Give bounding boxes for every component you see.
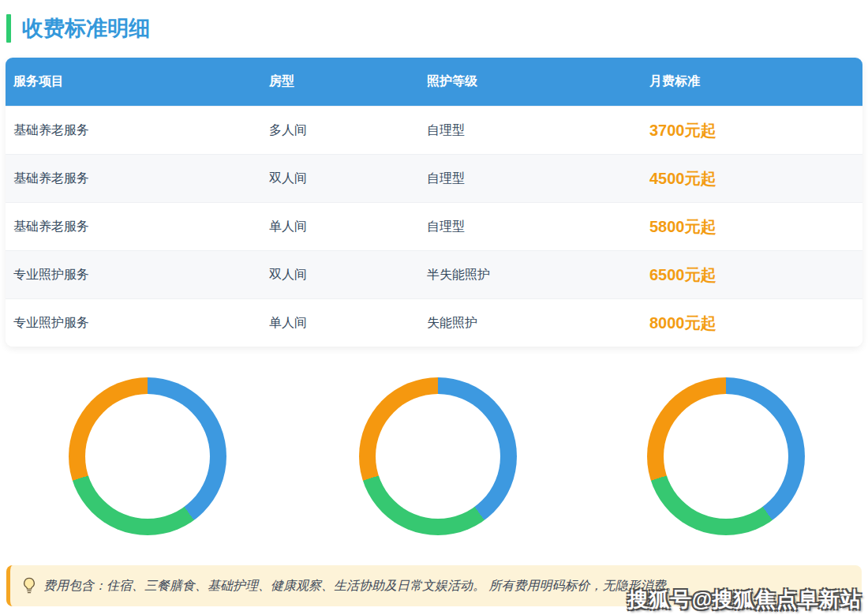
cell-service: 基础养老服务 (6, 155, 269, 203)
cell-fee: 5800元起 (649, 203, 862, 251)
column-header-fee: 月费标准 (649, 58, 862, 107)
donut-charts-row (0, 377, 868, 535)
donut-chart (69, 377, 226, 535)
title-accent-bar (6, 14, 11, 43)
fee-table: 服务项目 房型 照护等级 月费标准 基础养老服务多人间自理型3700元起基础养老… (6, 58, 862, 347)
cell-service: 基础养老服务 (6, 203, 269, 251)
cell-room: 单人间 (269, 299, 427, 347)
cell-fee: 4500元起 (649, 155, 862, 203)
cell-room: 单人间 (269, 203, 427, 251)
page-title: 收费标准明细 (22, 11, 150, 46)
cell-care: 自理型 (427, 155, 649, 203)
donut-hole (376, 394, 500, 519)
cell-care: 自理型 (427, 107, 649, 155)
cell-room: 双人间 (269, 155, 427, 203)
cell-service: 专业照护服务 (6, 299, 269, 347)
cell-room: 多人间 (269, 107, 427, 155)
cell-care: 半失能照护 (427, 251, 649, 299)
table-header-row: 服务项目 房型 照护等级 月费标准 (6, 58, 862, 107)
column-header-service: 服务项目 (6, 58, 269, 107)
table-row: 基础养老服务单人间自理型5800元起 (6, 203, 862, 251)
table-row: 基础养老服务多人间自理型3700元起 (6, 107, 862, 155)
lightbulb-icon (21, 576, 37, 595)
cell-care: 自理型 (427, 203, 649, 251)
cell-room: 双人间 (269, 251, 427, 299)
fee-note-text: 费用包含：住宿、三餐膳食、基础护理、健康观察、生活协助及日常文娱活动。 所有费用… (43, 578, 678, 594)
watermark: 搜狐号@搜狐焦点阜新站 (628, 586, 862, 613)
donut-hole (664, 394, 788, 519)
table-row: 基础养老服务双人间自理型4500元起 (6, 155, 862, 203)
table-row: 专业照护服务单人间失能照护8000元起 (6, 299, 862, 347)
table-row: 专业照护服务双人间半失能照护6500元起 (6, 251, 862, 299)
column-header-room: 房型 (269, 58, 427, 107)
cell-fee: 8000元起 (649, 299, 862, 347)
cell-service: 基础养老服务 (6, 107, 269, 155)
cell-service: 专业照护服务 (6, 251, 269, 299)
donut-chart (359, 377, 517, 535)
cell-care: 失能照护 (427, 299, 649, 347)
section-header: 收费标准明细 (0, 0, 868, 46)
donut-hole (85, 394, 210, 519)
column-header-care: 照护等级 (427, 58, 649, 107)
cell-fee: 6500元起 (649, 251, 862, 299)
cell-fee: 3700元起 (649, 107, 862, 155)
donut-chart (647, 377, 805, 535)
